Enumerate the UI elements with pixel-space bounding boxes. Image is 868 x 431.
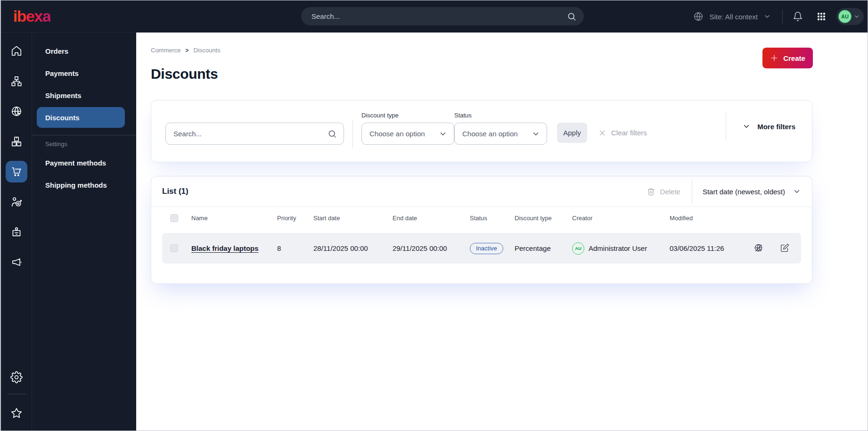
sidebar-item-shipments[interactable]: Shipments [32, 85, 136, 106]
site-globe-icon [10, 105, 23, 117]
commerce-sidebar: Orders Payments Shipments Discounts Sett… [32, 33, 136, 431]
user-menu[interactable]: AU [836, 8, 864, 25]
global-search[interactable] [301, 7, 584, 25]
rail-item-members[interactable] [6, 221, 27, 243]
sidebar-item-shipping-methods[interactable]: Shipping methods [32, 174, 136, 195]
content-tree-icon [10, 75, 23, 87]
column-discount-type: Discount type [515, 215, 572, 222]
rail-item-home[interactable] [6, 40, 27, 62]
discount-name-link[interactable]: Black friday laptops [191, 244, 259, 252]
id-badge-icon [10, 226, 23, 238]
column-start-date: Start date [313, 215, 393, 222]
sidebar-item-discounts[interactable]: Discounts [37, 107, 125, 128]
rail-item-customer-experience[interactable] [6, 191, 27, 213]
list-title: List (1) [162, 187, 188, 196]
breadcrumb-separator: > [186, 47, 189, 54]
column-status: Status [470, 215, 515, 222]
rail-item-promotions[interactable] [6, 251, 27, 273]
discount-type-select[interactable]: Choose an option [361, 123, 454, 145]
chevron-down-icon [742, 122, 751, 131]
breadcrumb-commerce[interactable]: Commerce [151, 47, 181, 54]
creator-avatar: AU [572, 242, 584, 255]
apply-button[interactable]: Apply [557, 123, 587, 143]
site-context-selector[interactable]: Site: All context [693, 11, 771, 22]
row-discount-type: Percentage [515, 244, 572, 252]
row-end-date: 29/11/2025 00:00 [393, 244, 470, 252]
list-head-divider [692, 180, 692, 203]
sidebar-item-payments[interactable]: Payments [32, 63, 136, 83]
notifications-button[interactable] [789, 8, 806, 25]
filters-panel: Discount type Choose an option Status Ch… [151, 100, 812, 162]
topbar-divider [782, 9, 783, 24]
filter-search[interactable] [165, 123, 344, 145]
plus-icon [770, 54, 778, 62]
status-badge: Inactive [470, 243, 503, 254]
rail-item-content-tree[interactable] [6, 70, 27, 92]
chevron-down-icon [763, 13, 771, 20]
star-icon [10, 407, 23, 419]
creator-name: Administrator User [589, 244, 647, 252]
delete-button[interactable]: Delete [647, 187, 680, 196]
search-icon[interactable] [328, 129, 337, 139]
discounts-list-panel: List (1) Delete Start date (newest, olde… [151, 176, 812, 284]
megaphone-icon [10, 256, 23, 268]
filter-search-input[interactable] [173, 130, 328, 138]
site-context-label: Site: All context [709, 13, 758, 21]
status-select[interactable]: Choose an option [454, 123, 547, 145]
column-priority: Priority [277, 215, 313, 222]
rail-item-site[interactable] [6, 100, 27, 122]
row-checkbox[interactable] [170, 244, 178, 252]
rail-item-product-catalog[interactable] [6, 131, 27, 152]
breadcrumb-discounts[interactable]: Discounts [194, 47, 221, 54]
ibexa-logo[interactable]: ibexa [13, 7, 50, 25]
chevron-down-icon [793, 187, 801, 196]
sort-selector[interactable]: Start date (newest, oldest) [703, 187, 801, 196]
breadcrumb: Commerce > Discounts [151, 47, 812, 54]
x-icon [598, 129, 606, 137]
app-window: ibexa Site: All context [0, 0, 868, 431]
row-start-date: 28/11/2025 00:00 [313, 244, 393, 252]
column-creator: Creator [572, 215, 670, 222]
bell-icon [793, 11, 803, 22]
discount-type-label: Discount type [361, 112, 454, 119]
status-label: Status [454, 112, 547, 119]
rail-divider [8, 394, 25, 394]
user-avatar: AU [838, 10, 852, 23]
icon-rail [1, 33, 32, 431]
column-end-date: End date [393, 215, 470, 222]
filter-divider [352, 119, 353, 149]
product-catalog-icon [10, 135, 23, 148]
customer-target-icon [10, 196, 23, 208]
rail-item-commerce[interactable] [6, 161, 27, 182]
chevron-down-icon [439, 130, 447, 138]
chevron-down-icon [853, 13, 860, 20]
home-icon [10, 45, 23, 57]
create-button[interactable]: Create [762, 48, 813, 68]
edit-icon[interactable] [779, 243, 790, 254]
clear-filters-button[interactable]: Clear filters [598, 123, 647, 143]
table-row: Black friday laptops 8 28/11/2025 00:00 … [162, 233, 801, 264]
select-all-checkbox[interactable] [170, 214, 178, 222]
sidebar-item-payment-methods[interactable]: Payment methods [32, 152, 136, 173]
topbar: ibexa Site: All context [1, 0, 868, 33]
rail-item-settings[interactable] [6, 366, 27, 388]
grid-icon [817, 12, 826, 21]
sidebar-section-settings: Settings [32, 139, 136, 149]
column-modified: Modified [670, 215, 753, 222]
global-search-input[interactable] [311, 12, 567, 20]
row-modified: 03/06/2025 11:26 [670, 244, 753, 252]
sidebar-divider [32, 135, 136, 135]
chevron-down-icon [532, 130, 540, 138]
row-priority: 8 [277, 244, 313, 252]
apps-menu-button[interactable] [813, 8, 830, 25]
rail-item-bookmarks[interactable] [6, 402, 27, 424]
preview-disabled-icon[interactable] [753, 243, 764, 254]
search-icon[interactable] [567, 12, 576, 21]
more-filters-button[interactable]: More filters [726, 112, 795, 141]
globe-icon [693, 11, 704, 22]
table-header: Name Priority Start date End date Status… [162, 207, 801, 229]
main-content: Commerce > Discounts Create Discounts Di… [136, 33, 868, 431]
trash-icon [647, 187, 655, 196]
sidebar-item-orders[interactable]: Orders [32, 41, 136, 61]
column-name: Name [191, 215, 277, 222]
